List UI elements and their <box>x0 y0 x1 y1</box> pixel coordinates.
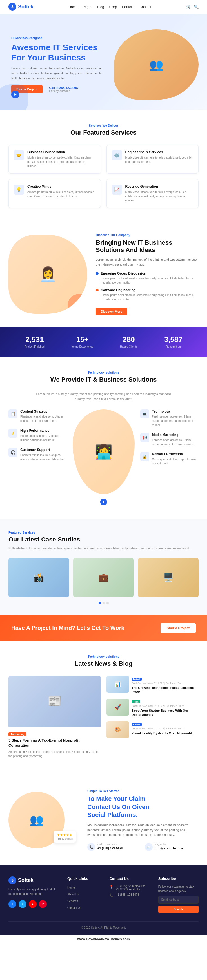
play-button[interactable] <box>11 91 19 99</box>
blog-side-card-3[interactable]: 🎨 Latest Post On November 01, 2022 | By … <box>106 721 199 738</box>
contact-label: Say Hello <box>155 843 183 846</box>
service-desc: Morbi vitae ultrices felis to tellus exa… <box>125 190 193 203</box>
carousel-dot-1[interactable] <box>99 602 101 604</box>
customer-support-icon: 🎧 <box>8 448 17 457</box>
stat-number: 3,587 <box>164 335 182 344</box>
cta-banner: Have A Project In Mind? Let's Get To Wor… <box>0 616 207 641</box>
footer-subscribe: Subscribe Follow our newsletter to stay … <box>158 877 199 913</box>
footer-logo: S Softek <box>8 877 59 885</box>
blog-title: Latest News & Blog <box>8 660 199 667</box>
blog-side-content-1: Latest Post On November 01, 2022 | By Ja… <box>132 676 199 694</box>
case-title: Our Latest Case Studies <box>8 536 199 543</box>
nav-blog[interactable]: Blog <box>97 5 104 9</box>
hero-title: Awesome IT Services For Your Business <box>11 42 107 63</box>
point-desc: Lorem ipsum dolor sit amet, consectetur … <box>101 293 199 301</box>
solutions-title: We Provide IT & Business Solutions <box>8 376 199 383</box>
blog-side-card-2[interactable]: 🚀 Tech Post On November 01, 2022 | By Ja… <box>106 699 199 717</box>
footer-bottom: © 2022 Softek. All Rights Reserved. <box>8 921 199 929</box>
solution-title: Content Strategy <box>20 409 67 414</box>
footer-link-contact[interactable]: Contact Us <box>67 906 81 910</box>
about-image: 👩‍💼 <box>8 235 87 314</box>
blog-side-date-1: Post On November 01, 2022 | By James Smi… <box>132 682 199 684</box>
pinterest-button[interactable]: P <box>39 900 47 908</box>
contact-email: ✉️ Say Hello info@example.com <box>145 843 199 851</box>
quick-links-heading: Quick Links <box>67 877 101 881</box>
footer-brand: S Softek Lorem Ipsum is simply dummy tex… <box>8 877 59 913</box>
nav-pages[interactable]: Pages <box>82 5 92 9</box>
stat-label: Project Finished <box>25 345 45 348</box>
point-title: Engaging Group Discussion <box>101 272 199 275</box>
footer-address: 📍 123 Ring St, Melbourne VIC 3000, Austr… <box>109 885 150 891</box>
stats-banner: 2,531 Project Finished 15+ Years Experie… <box>0 327 207 357</box>
social-image-area: 👥 ★★★★★ Happy Clients <box>8 792 76 848</box>
hero-tag: IT Services Designed <box>11 36 107 40</box>
facebook-button[interactable]: f <box>8 900 16 908</box>
case-card-3[interactable]: 🖥️ <box>138 558 199 597</box>
footer-grid: S Softek Lorem Ipsum is simply dummy tex… <box>8 877 199 913</box>
business-icon: 🤝 <box>14 150 24 160</box>
blog-side-card-1[interactable]: 📊 Latest Post On November 01, 2022 | By … <box>106 676 199 694</box>
services-tag: Services We Deliver <box>8 124 199 127</box>
stars: ★★★★★ <box>57 833 73 837</box>
solution-title: Customer Support <box>20 448 67 452</box>
about-photo: 👩‍💼 <box>39 266 57 282</box>
content-strategy-icon: 📋 <box>8 409 17 418</box>
case-image-2: 💼 <box>73 558 134 597</box>
solution-technology: 💻 Technology Ferdr semper laoreet ex. Et… <box>140 409 199 427</box>
brand-name: Softek <box>18 4 33 10</box>
blog-main-card[interactable]: 📰 Performing 5 Steps Forming A Tax-Exemp… <box>8 676 101 761</box>
footer-phone: 📞 +1 (888) 123-5678 <box>109 893 150 897</box>
footer-link-home[interactable]: Home <box>67 886 75 889</box>
case-card-2[interactable]: 💼 <box>73 558 134 597</box>
footer-link-about[interactable]: About Us <box>67 893 79 896</box>
carousel-dot-3[interactable] <box>106 602 109 604</box>
nav-contact[interactable]: Contact <box>139 5 151 9</box>
carousel-dot-2[interactable] <box>103 602 105 604</box>
solution-desc: Pharatra minus ipsum. Conques ultrices a… <box>20 453 67 461</box>
social-content: Simple To Get Started To Make Your Claim… <box>87 789 199 851</box>
nav-home[interactable]: Home <box>68 5 77 9</box>
logo[interactable]: S Softek <box>8 3 33 11</box>
solutions-play-btn[interactable] <box>100 499 107 505</box>
navbar: S Softek Home Pages Blog Shop Portfolio … <box>0 0 207 14</box>
footer-link-services[interactable]: Services <box>67 900 78 903</box>
about-point-discussion: Engaging Group Discussion Lorem ipsum do… <box>96 272 199 285</box>
footer-contact: Contact Us 📍 123 Ring St, Melbourne VIC … <box>109 877 150 913</box>
blog-side-date-2: Post On November 01, 2022 | By James Smi… <box>132 705 199 707</box>
solution-network-protection: 🔒 Network Protection Consequat sed ullam… <box>140 452 199 466</box>
subscribe-button[interactable]: Search <box>158 906 199 913</box>
footer-desc: Lorem Ipsum is simply dummy text of the … <box>8 887 59 896</box>
service-desc: Morbi vitae ultrices felis to tellus exa… <box>125 156 193 164</box>
blog-side-title-1: The Growing Technology Initiate Excellen… <box>132 686 199 694</box>
discover-more-button[interactable]: Discover More <box>96 307 127 315</box>
twitter-button[interactable]: t <box>19 900 27 908</box>
technology-icon: 💻 <box>140 409 149 418</box>
media-marketing-icon: 📢 <box>140 433 149 442</box>
call-number: Call at 888-123-4567 <box>49 86 79 89</box>
cart-icon[interactable]: 🛒 <box>186 5 191 9</box>
blog-main-content: Performing 5 Steps Forming A Tax-Exempt … <box>8 727 101 761</box>
cta-button[interactable]: Start a Project <box>161 623 196 633</box>
service-card-creative: 💡 Creative Minds Amisse pharetra dui at … <box>8 179 101 208</box>
point-dot <box>96 289 99 291</box>
solution-desc: Ferdr semper laoreet ex. Etiam auctor ia… <box>152 438 199 446</box>
service-desc: Morbi vitae ullamcorper pede cubilia. Cr… <box>27 156 95 168</box>
blog-side-content-3: Latest Post On November 01, 2022 | By Ja… <box>132 721 193 735</box>
stars-label: Happy Clients <box>57 837 73 840</box>
service-card-engineering: ⚙️ Engineering & Services Morbi vitae ul… <box>106 145 199 173</box>
nav-portfolio[interactable]: Portfolio <box>122 5 134 9</box>
point-title: Software Engineering <box>101 288 199 292</box>
revenue-icon: 📈 <box>112 185 122 195</box>
search-icon[interactable]: 🔍 <box>194 5 199 9</box>
contact-phone: 📞 Call For More Action +1 (888) 123-5678 <box>87 843 141 851</box>
blog-side-date-3: Post On November 01, 2022 | By James Smi… <box>132 727 193 730</box>
blog-main-image: 📰 <box>8 676 101 727</box>
solution-title: Network Protection <box>152 452 199 456</box>
play-icon <box>14 94 17 95</box>
nav-shop[interactable]: Shop <box>109 5 117 9</box>
contact-label: Call For More Action <box>98 843 123 846</box>
youtube-button[interactable]: ▶ <box>29 900 36 908</box>
solutions-tag: Technology solutions <box>8 371 199 374</box>
case-card-1[interactable]: 📸 <box>8 558 69 597</box>
subscribe-email-input[interactable] <box>158 896 199 904</box>
